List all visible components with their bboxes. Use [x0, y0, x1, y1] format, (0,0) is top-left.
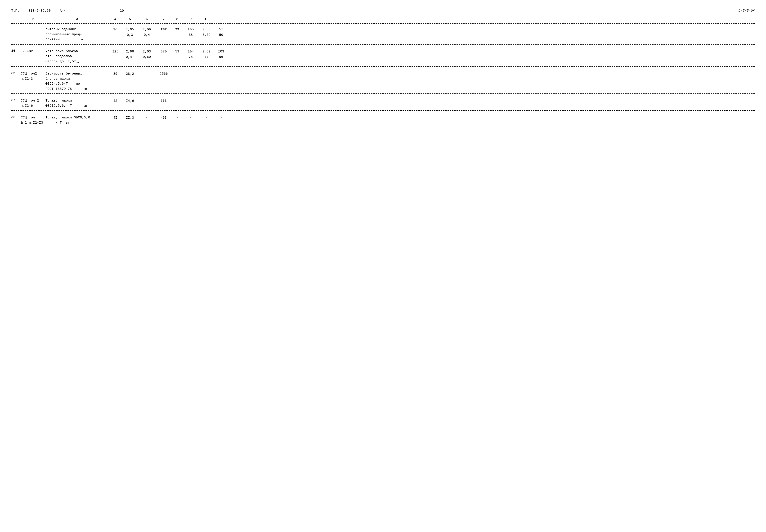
- row-col11: 5I50: [214, 27, 228, 38]
- row-col4: 89: [109, 71, 122, 77]
- col-header-9: 9: [183, 17, 199, 21]
- col-header-4: 4: [109, 17, 122, 21]
- row-col3: То же, марки ФБСl2,5,6,- Т шт: [45, 98, 109, 109]
- row-col7: 463: [156, 115, 172, 121]
- table-row: бытовых зданиях промышленных пред- прият…: [11, 25, 755, 43]
- row-col2: ССЦ том№ 2 п.I2-I3: [21, 115, 45, 125]
- row-col6: -: [138, 115, 156, 121]
- row-col11: -: [214, 115, 228, 121]
- col-header-11: II: [214, 17, 228, 21]
- col-header-1: I: [11, 17, 21, 21]
- header-code: 8I3-5-32.90: [28, 9, 51, 13]
- header-divider-bottom: [11, 23, 755, 24]
- row-col3: То же, марки ФБС9,5,6 - Т шт: [45, 115, 109, 125]
- row-col10: -: [199, 115, 214, 121]
- table-row: 38 ССЦ том№ 2 п.I2-I3 То же, марки ФБС9,…: [11, 112, 755, 126]
- col-header-3: 3: [45, 17, 109, 21]
- row-col3: Установка блоков стен подвалов массой до…: [45, 49, 109, 65]
- row-col1: 36: [11, 71, 21, 75]
- row-col8: -: [172, 71, 183, 77]
- page-header: Т.П. 8I3-5-32.90 А-4 20 24545-04: [11, 9, 755, 13]
- table-row: 36 ССЦ том2п.I2-3 Стоимость бетонных бло…: [11, 68, 755, 93]
- col-header-8: 8: [172, 17, 183, 21]
- row-col6: -: [138, 71, 156, 77]
- row-col5: 2,960,47: [122, 49, 138, 60]
- row-col11: -: [214, 98, 228, 104]
- row-col7: I87: [156, 27, 172, 32]
- row-divider-1: [11, 44, 755, 45]
- row-col5: II,3: [122, 115, 138, 121]
- column-headers: I 2 3 4 5 6 7 8 9 IO II: [11, 16, 755, 23]
- row-col5: I,950,3: [122, 27, 138, 38]
- row-col9: I0538: [183, 27, 199, 38]
- header-docnum: 24545-04: [739, 9, 755, 13]
- row-col11: -: [214, 71, 228, 77]
- row-col2: ССЦ том2п.I2-3: [21, 71, 45, 81]
- row-col1: 37: [11, 98, 21, 102]
- row-col10: 0,8277: [199, 49, 214, 60]
- row-col3: бытовых зданиях промышленных пред- прият…: [45, 27, 109, 42]
- col-header-10: IO: [199, 17, 214, 21]
- row-col4: I25: [109, 49, 122, 54]
- table-row: 36 Е7-402 Установка блоков стен подвалов…: [11, 45, 755, 66]
- row-divider-2: [11, 66, 755, 67]
- row-col8: -: [172, 115, 183, 121]
- row-col9: -: [183, 98, 199, 104]
- row-divider-4: [11, 110, 755, 111]
- row-col1: 36: [11, 49, 21, 53]
- col-header-7: 7: [156, 17, 172, 21]
- row-col7: 370: [156, 49, 172, 54]
- row-divider-3: [11, 93, 755, 94]
- row-col11: I0396: [214, 49, 228, 60]
- row-col8: -: [172, 98, 183, 104]
- col-header-6: 6: [138, 17, 156, 21]
- col-header-2: 2: [21, 17, 45, 21]
- table-row: 37 ССЦ том 2п.I2-6 То же, марки ФБСl2,5,…: [11, 95, 755, 109]
- header-page: 20: [120, 9, 124, 13]
- header-divider-top: [11, 15, 755, 15]
- row-col10: 0,530,52: [199, 27, 214, 38]
- row-col4: 96: [109, 27, 122, 32]
- row-col6: -: [138, 98, 156, 104]
- row-col10: -: [199, 98, 214, 104]
- header-sheet: А-4: [60, 9, 66, 13]
- col-header-5: 5: [122, 17, 138, 21]
- row-col2: Е7-402: [21, 49, 45, 54]
- row-col7: 6I3: [156, 98, 172, 104]
- row-col6: I,090,4: [138, 27, 156, 38]
- row-col4: 42: [109, 98, 122, 104]
- row-col9: -: [183, 115, 199, 121]
- row-col3: Стоимость бетонных блоков марки ФБС24.5.…: [45, 71, 109, 92]
- row-col10: -: [199, 71, 214, 77]
- row-col9: -: [183, 71, 199, 77]
- row-col9: 20475: [183, 49, 199, 60]
- row-col5: 28,2: [122, 71, 138, 77]
- row-col4: 4I: [109, 115, 122, 121]
- header-label: Т.П.: [11, 9, 19, 13]
- row-col8: 59: [172, 49, 183, 54]
- row-col5: I4,6: [122, 98, 138, 104]
- row-col6: I,630,60: [138, 49, 156, 60]
- row-col1: 38: [11, 115, 21, 119]
- row-col2: ССЦ том 2п.I2-6: [21, 98, 45, 109]
- row-col7: 2566: [156, 71, 172, 77]
- row-col8: 29: [172, 27, 183, 32]
